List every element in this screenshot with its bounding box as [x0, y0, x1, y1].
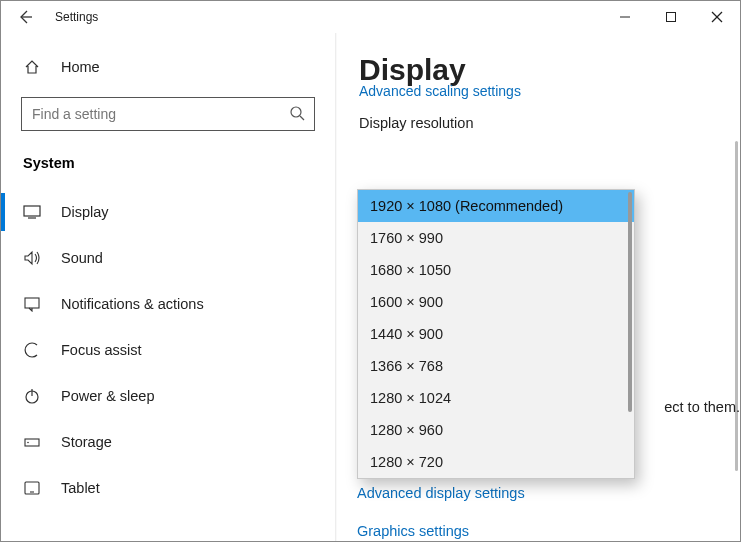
sidebar-item-label: Notifications & actions	[61, 296, 204, 312]
dropdown-option[interactable]: 1440 × 900	[358, 318, 634, 350]
sidebar-item-notifications[interactable]: Notifications & actions	[1, 281, 335, 327]
partial-text: ect to them.	[664, 399, 740, 415]
resolution-dropdown[interactable]: 1920 × 1080 (Recommended) 1760 × 990 168…	[357, 189, 635, 479]
sidebar-item-tablet[interactable]: Tablet	[1, 465, 335, 511]
home-label: Home	[61, 59, 100, 75]
svg-rect-11	[25, 439, 39, 446]
page-title: Display	[359, 53, 722, 87]
sidebar-item-label: Power & sleep	[61, 388, 155, 404]
sidebar-item-storage[interactable]: Storage	[1, 419, 335, 465]
home-icon	[23, 58, 47, 76]
nav-list: Display Sound Notifications & actions Fo…	[1, 189, 335, 511]
dropdown-option[interactable]: 1600 × 900	[358, 286, 634, 318]
display-icon	[23, 205, 47, 219]
titlebar: Settings	[1, 1, 740, 33]
sidebar-item-power-sleep[interactable]: Power & sleep	[1, 373, 335, 419]
dropdown-option[interactable]: 1920 × 1080 (Recommended)	[358, 190, 634, 222]
content-area: Home System Display Sound	[1, 33, 740, 541]
dropdown-option[interactable]: 1280 × 1024	[358, 382, 634, 414]
sidebar-item-label: Display	[61, 204, 109, 220]
link-advanced-display[interactable]: Advanced display settings	[357, 485, 525, 501]
sidebar-item-label: Storage	[61, 434, 112, 450]
section-heading: System	[1, 149, 335, 189]
search-wrapper	[21, 97, 315, 131]
notifications-icon	[23, 296, 47, 312]
settings-window: Settings Home System	[0, 0, 741, 542]
sidebar-item-display[interactable]: Display	[1, 189, 335, 235]
maximize-icon	[665, 11, 677, 23]
sidebar-item-label: Tablet	[61, 480, 100, 496]
svg-point-12	[27, 442, 29, 444]
dropdown-scrollbar[interactable]	[628, 192, 632, 412]
sidebar-item-label: Focus assist	[61, 342, 142, 358]
back-button[interactable]	[1, 9, 49, 25]
svg-rect-8	[25, 298, 39, 308]
sidebar: Home System Display Sound	[1, 33, 335, 541]
search-input[interactable]	[21, 97, 315, 131]
arrow-left-icon	[17, 9, 33, 25]
sidebar-item-sound[interactable]: Sound	[1, 235, 335, 281]
minimize-button[interactable]	[602, 1, 648, 33]
main-scrollbar[interactable]	[735, 141, 738, 471]
focus-assist-icon	[23, 341, 47, 359]
dropdown-option[interactable]: 1760 × 990	[358, 222, 634, 254]
window-title: Settings	[49, 10, 98, 24]
sidebar-item-focus-assist[interactable]: Focus assist	[1, 327, 335, 373]
dropdown-option[interactable]: 1280 × 960	[358, 414, 634, 446]
svg-rect-6	[24, 206, 40, 216]
links-block: Advanced display settings Graphics setti…	[357, 485, 525, 541]
tablet-icon	[23, 480, 47, 496]
storage-icon	[23, 435, 47, 449]
link-graphics-settings[interactable]: Graphics settings	[357, 523, 525, 539]
close-button[interactable]	[694, 1, 740, 33]
sidebar-item-label: Sound	[61, 250, 103, 266]
svg-rect-1	[667, 13, 676, 22]
power-icon	[23, 387, 47, 405]
close-icon	[711, 11, 723, 23]
minimize-icon	[619, 11, 631, 23]
sound-icon	[23, 250, 47, 266]
home-button[interactable]: Home	[1, 47, 335, 87]
dropdown-option[interactable]: 1280 × 720	[358, 446, 634, 478]
maximize-button[interactable]	[648, 1, 694, 33]
dropdown-option[interactable]: 1680 × 1050	[358, 254, 634, 286]
dropdown-option[interactable]: 1366 × 768	[358, 350, 634, 382]
partial-link-scaling[interactable]: Advanced scaling settings	[359, 83, 722, 99]
resolution-label: Display resolution	[359, 115, 722, 131]
